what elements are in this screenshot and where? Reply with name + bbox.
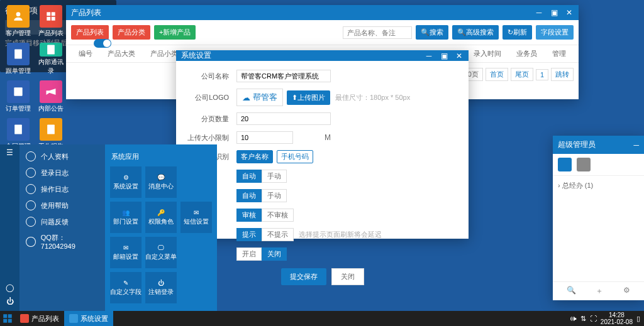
add-icon[interactable]: ＋ [596,286,603,296]
user-icon [26,151,36,161]
tile-settings[interactable]: ⚙系统设置 [110,166,142,198]
chat-icon [26,217,36,227]
window-title: 系统设置 [181,50,211,61]
upload-logo-button[interactable]: ⬆上传图片 [287,90,330,105]
col-time[interactable]: 录入时间 [466,49,509,58]
svg-rect-7 [14,87,22,95]
label-pagesize: 分页数量 [186,114,236,124]
opt-auto[interactable]: 自动 [236,170,262,183]
gear-icon: ⚙ [123,174,129,181]
tray-expand-icon[interactable]: ⛶ [590,315,597,322]
desktop-icon[interactable]: 客户管理 [5,5,31,38]
clock[interactable]: 14:282021-02-08 [601,312,633,325]
field-settings-button[interactable]: 字段设置 [536,25,574,40]
sms-icon: ✉ [194,209,199,216]
company-name-input[interactable] [236,70,331,82]
settings-icon[interactable]: ⚙ [623,286,630,296]
window-title: 产品列表 [71,8,101,18]
upload-limit-input[interactable] [236,131,293,144]
menu-profile[interactable]: 个人资料 [19,148,105,165]
opt-manual2[interactable]: 手动 [262,189,287,202]
desktop-icon[interactable]: 内部公告 [38,80,64,113]
tile-messages[interactable]: 💬消息中心 [145,166,177,198]
pager-page[interactable]: 1 [536,69,548,80]
refresh-button[interactable]: ↻刷新 [502,25,532,40]
opt-auto2[interactable]: 自动 [236,189,262,202]
show-desktop[interactable]: ▯ [636,315,640,323]
toolbar: 产品列表 产品分类 +新增产品 🔍搜索 🔍高级搜索 ↻刷新 字段设置 [66,20,579,45]
dup-opt-phone[interactable]: 手机号码 [277,150,313,163]
tile-logout[interactable]: ⏻注销登录 [145,272,177,303]
opt-disable[interactable]: 关闭 [262,247,287,261]
desktop-icon[interactable]: 内部通讯录 [38,43,64,75]
tile-roles[interactable]: 🔑权限角色 [145,202,177,233]
desktop-icon[interactable]: 跟单管理 [5,43,31,75]
pager-first[interactable]: 首页 [486,68,508,81]
add-product-button[interactable]: +新增产品 [154,25,196,40]
maximize-icon[interactable]: ▣ [550,8,558,17]
maximize-icon[interactable]: ▣ [440,52,448,60]
tile-menu[interactable]: 🖵自定义菜单 [145,237,177,268]
opt-prompt[interactable]: 提示 [236,228,262,241]
tray-sound-icon[interactable]: 🕪 [570,315,577,322]
svg-rect-6 [47,45,55,55]
tile-fields[interactable]: ✎自定义字段 [110,272,142,303]
opt-noaudit[interactable]: 不审核 [262,209,294,222]
close-icon[interactable]: ✕ [455,52,464,60]
menu-icon[interactable]: ☰ [6,148,13,157]
tray-net-icon[interactable]: ⇅ [580,315,586,323]
desktop-icon[interactable]: 产品列表 [38,5,64,38]
label-upload: 上传大小限制 [186,133,236,143]
menu-help[interactable]: 使用帮助 [19,197,105,214]
product-list-button[interactable]: 产品列表 [71,25,109,40]
close-button[interactable]: 关闭 [331,268,364,285]
pagesize-input[interactable] [236,112,331,125]
opt-enable[interactable]: 开启 [236,247,262,261]
col-category1[interactable]: 产品大类 [100,49,143,58]
dup-opt-name[interactable]: 客户名称 [236,150,273,163]
search-button[interactable]: 🔍搜索 [416,25,448,40]
start-button[interactable] [0,311,15,326]
minimize-icon[interactable]: ─ [535,8,543,17]
power-icon[interactable]: ⏻ [6,297,14,306]
admin-tab-users[interactable] [558,158,572,171]
tree-node[interactable]: › 总经办 (1) [558,182,593,189]
col-staff[interactable]: 业务员 [509,49,545,58]
taskbar-item[interactable]: 系统设置 [64,311,113,326]
todo-toggle[interactable] [94,39,111,48]
opt-audit[interactable]: 审核 [236,209,262,222]
pager-last[interactable]: 尾页 [511,68,533,81]
minimize-icon[interactable]: ─ [633,141,639,149]
opt-noprompt[interactable]: 不提示 [262,228,294,241]
svg-rect-11 [3,314,7,318]
svg-rect-9 [47,125,55,134]
admin-title: 超级管理员 [558,139,596,150]
close-icon[interactable]: ✕ [565,8,574,17]
opt-manual[interactable]: 手动 [262,170,287,183]
adv-search-button[interactable]: 🔍高级搜索 [452,25,499,40]
save-button[interactable]: 提交保存 [281,268,326,285]
taskbar-item[interactable]: 产品列表 [15,311,64,326]
tile-sms[interactable]: ✉短信设置 [180,202,212,233]
pager-go[interactable]: 跳转 [551,68,574,81]
org-icon: 👥 [122,209,130,216]
search-input[interactable] [343,26,412,39]
product-category-button[interactable]: 产品分类 [113,25,150,40]
col-id[interactable]: 编号 [71,49,100,58]
menu-feedback[interactable]: 问题反馈 [19,214,105,230]
admin-tab-chat[interactable] [577,158,591,171]
tile-dept[interactable]: 👥部门设置 [110,202,142,233]
minimize-icon[interactable]: ─ [425,52,433,60]
search-icon[interactable]: 🔍 [567,286,576,296]
desktop-icon[interactable]: 订单管理 [5,80,31,113]
window-titlebar[interactable]: 系统设置 ─ ▣ ✕ [176,50,469,61]
menu-op-log[interactable]: 操作日志 [19,181,105,197]
user-icon[interactable]: ◯ [6,283,14,292]
menu-login-log[interactable]: 登录日志 [19,165,105,181]
info-icon [26,200,36,210]
tile-mail[interactable]: ✉邮箱设置 [110,237,142,268]
menu-qq: QQ群：712042949 [19,230,105,253]
svg-rect-4 [52,17,55,21]
window-titlebar[interactable]: 产品列表 ─ ▣ ✕ [66,5,579,20]
doc-icon [26,184,36,194]
